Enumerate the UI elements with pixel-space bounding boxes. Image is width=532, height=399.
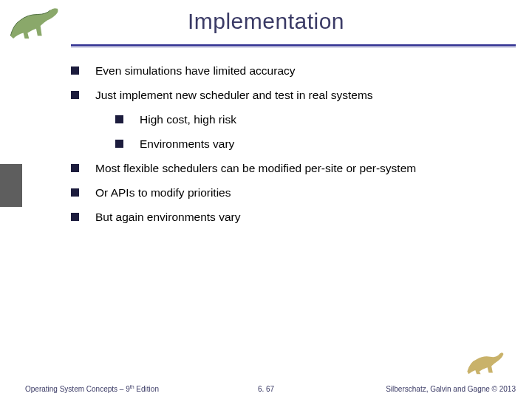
- footer-left: Operating System Concepts – 9th Edition: [25, 384, 159, 393]
- list-item: But again environments vary: [71, 210, 502, 225]
- bullet-text: High cost, high risk: [140, 112, 502, 128]
- bullet-text: But again environments vary: [95, 210, 502, 225]
- list-item: Environments vary: [115, 137, 502, 152]
- bullet-text: Just implement new scheduler and test in…: [95, 88, 502, 103]
- bullet-icon: [115, 140, 123, 148]
- list-item: High cost, high risk: [115, 112, 502, 128]
- list-item: Just implement new scheduler and test in…: [71, 88, 502, 103]
- dinosaur-bottom-icon: [464, 347, 505, 377]
- bullet-text: Even simulations have limited accuracy: [95, 64, 502, 79]
- bullet-icon: [71, 66, 79, 75]
- footer-left-text-b: Edition: [134, 385, 159, 393]
- bullet-icon: [71, 91, 79, 99]
- bullet-icon: [71, 213, 79, 221]
- bullet-icon: [115, 115, 123, 123]
- footer-right: Silberschatz, Galvin and Gagne © 2013: [386, 385, 516, 393]
- footer-center: 6. 67: [258, 385, 274, 393]
- dinosaur-top-icon: [6, 4, 64, 44]
- bullet-text: Most flexible schedulers can be modified…: [95, 161, 502, 177]
- footer-left-text-a: Operating System Concepts – 9: [25, 385, 130, 393]
- bullet-icon: [71, 188, 79, 197]
- left-accent-bar: [0, 164, 22, 207]
- slide-header: Implementation: [0, 0, 532, 53]
- list-item: Or APIs to modify priorities: [71, 185, 502, 201]
- bullet-text: Or APIs to modify priorities: [95, 185, 502, 201]
- slide-footer: Operating System Concepts – 9th Edition …: [0, 380, 532, 393]
- bullet-icon: [71, 164, 79, 172]
- bullet-text: Environments vary: [140, 137, 502, 152]
- bullet-list: Even simulations have limited accuracy J…: [71, 64, 502, 233]
- title-divider-top: [71, 44, 516, 46]
- slide-title: Implementation: [0, 0, 532, 34]
- title-divider-bottom: [71, 47, 516, 47]
- list-item: Most flexible schedulers can be modified…: [71, 161, 502, 177]
- list-item: Even simulations have limited accuracy: [71, 64, 502, 79]
